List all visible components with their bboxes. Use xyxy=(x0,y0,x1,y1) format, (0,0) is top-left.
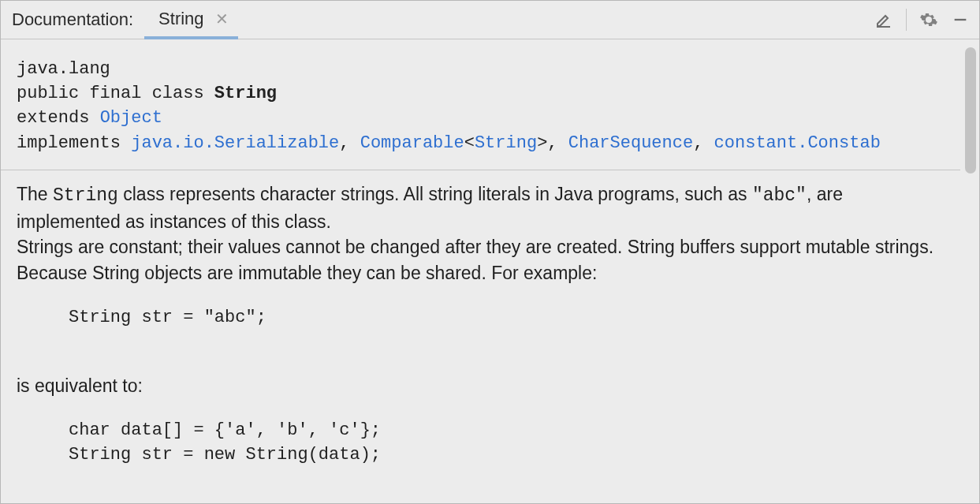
svg-point-1 xyxy=(927,18,931,22)
extends-line: extends Object xyxy=(17,106,945,130)
link-object[interactable]: Object xyxy=(100,108,162,128)
tab-label: String xyxy=(158,9,203,29)
close-icon[interactable]: ✕ xyxy=(215,11,229,27)
code-example-2: char data[] = {'a', 'b', 'c'}; String st… xyxy=(17,418,945,492)
paragraph-2: Strings are constant; their values canno… xyxy=(17,234,945,286)
link-charsequence[interactable]: CharSequence xyxy=(568,133,693,153)
panel-header: Documentation: String ✕ xyxy=(1,1,979,39)
documentation-panel: Documentation: String ✕ xyxy=(0,0,980,504)
paragraph-1: The String class represents character st… xyxy=(17,181,945,234)
code-example-1: String str = "abc"; xyxy=(17,305,945,354)
implements-line: implements java.io.Serializable, Compara… xyxy=(17,131,945,155)
link-serializable[interactable]: java.io.Serializable xyxy=(131,133,339,153)
gear-icon[interactable] xyxy=(915,6,943,34)
edit-icon[interactable] xyxy=(870,6,898,34)
content-wrap: java.lang public final class String exte… xyxy=(1,39,979,503)
class-name: String xyxy=(214,84,277,103)
divider xyxy=(906,9,907,31)
scrollbar[interactable] xyxy=(965,47,976,221)
header-actions xyxy=(870,1,979,39)
tab-string[interactable]: String ✕ xyxy=(144,1,237,39)
paragraph-3: is equivalent to: xyxy=(17,373,945,399)
panel-title: Documentation: xyxy=(1,1,144,39)
doc-body: The String class represents character st… xyxy=(1,170,960,503)
link-string-generic[interactable]: String xyxy=(475,133,537,153)
scrollbar-thumb[interactable] xyxy=(965,47,976,174)
doc-content[interactable]: java.lang public final class String exte… xyxy=(1,39,960,503)
package-line: java.lang xyxy=(17,57,945,81)
link-constable[interactable]: constant.Constab xyxy=(714,133,881,153)
minimize-icon[interactable] xyxy=(946,6,974,34)
link-comparable[interactable]: Comparable xyxy=(360,133,464,153)
class-decl-line: public final class String xyxy=(17,81,945,106)
signature-block: java.lang public final class String exte… xyxy=(1,39,960,170)
header-spacer xyxy=(238,1,870,39)
